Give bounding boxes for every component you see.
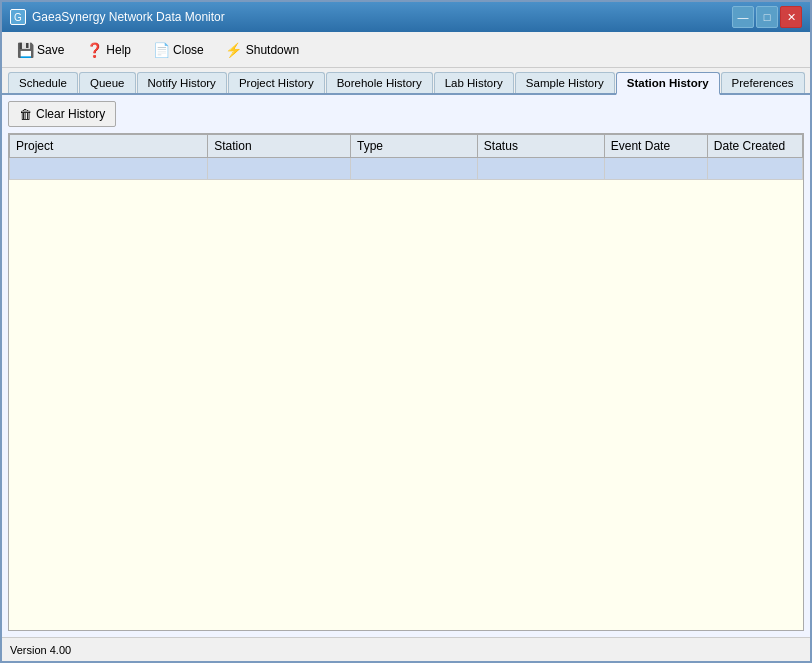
table-header-row: ProjectStationTypeStatusEvent DateDate C… xyxy=(10,135,803,158)
close-label: Close xyxy=(173,43,204,57)
column-header-status: Status xyxy=(477,135,604,158)
date-created-cell xyxy=(707,158,802,180)
minimize-button[interactable]: — xyxy=(732,6,754,28)
clear-history-icon: 🗑 xyxy=(19,107,32,122)
column-header-project: Project xyxy=(10,135,208,158)
version-label: Version 4.00 xyxy=(10,644,71,656)
tab-queue[interactable]: Queue xyxy=(79,72,136,93)
tab-preferences[interactable]: Preferences xyxy=(721,72,805,93)
tabs-bar: ScheduleQueueNotify HistoryProject Histo… xyxy=(2,68,810,95)
close-window-button[interactable]: ✕ xyxy=(780,6,802,28)
close-icon: 📄 xyxy=(153,42,169,58)
action-bar: 🗑 Clear History xyxy=(8,101,804,127)
shutdown-label: Shutdown xyxy=(246,43,299,57)
clear-history-label: Clear History xyxy=(36,107,105,121)
content-area: 🗑 Clear History ProjectStationTypeStatus… xyxy=(2,95,810,637)
save-icon: 💾 xyxy=(17,42,33,58)
tab-notify-history[interactable]: Notify History xyxy=(137,72,227,93)
tab-schedule[interactable]: Schedule xyxy=(8,72,78,93)
column-header-type: Type xyxy=(350,135,477,158)
clear-history-button[interactable]: 🗑 Clear History xyxy=(8,101,116,127)
toolbar-close-button[interactable]: 📄Close xyxy=(144,36,213,64)
title-bar-left: G GaeaSynergy Network Data Monitor xyxy=(10,9,225,25)
project-cell xyxy=(10,158,208,180)
toolbar: 💾Save❓Help📄Close⚡Shutdown xyxy=(2,32,810,68)
toolbar-save-button[interactable]: 💾Save xyxy=(8,36,73,64)
title-bar: G GaeaSynergy Network Data Monitor — □ ✕ xyxy=(2,2,810,32)
event-date-cell xyxy=(604,158,707,180)
table-row xyxy=(10,158,803,180)
help-icon: ❓ xyxy=(86,42,102,58)
shutdown-icon: ⚡ xyxy=(226,42,242,58)
toolbar-shutdown-button[interactable]: ⚡Shutdown xyxy=(217,36,308,64)
status-cell xyxy=(477,158,604,180)
maximize-button[interactable]: □ xyxy=(756,6,778,28)
tab-project-history[interactable]: Project History xyxy=(228,72,325,93)
title-bar-controls: — □ ✕ xyxy=(732,6,802,28)
station-history-table: ProjectStationTypeStatusEvent DateDate C… xyxy=(9,134,803,180)
tab-sample-history[interactable]: Sample History xyxy=(515,72,615,93)
app-icon: G xyxy=(10,9,26,25)
column-header-date-created: Date Created xyxy=(707,135,802,158)
column-header-event-date: Event Date xyxy=(604,135,707,158)
main-window: G GaeaSynergy Network Data Monitor — □ ✕… xyxy=(0,0,812,663)
type-cell xyxy=(350,158,477,180)
column-header-station: Station xyxy=(208,135,351,158)
help-label: Help xyxy=(106,43,131,57)
save-label: Save xyxy=(37,43,64,57)
tab-lab-history[interactable]: Lab History xyxy=(434,72,514,93)
tab-station-history[interactable]: Station History xyxy=(616,72,720,95)
station-cell xyxy=(208,158,351,180)
toolbar-help-button[interactable]: ❓Help xyxy=(77,36,140,64)
status-bar: Version 4.00 xyxy=(2,637,810,661)
window-title: GaeaSynergy Network Data Monitor xyxy=(32,10,225,24)
table-container: ProjectStationTypeStatusEvent DateDate C… xyxy=(8,133,804,631)
tab-borehole-history[interactable]: Borehole History xyxy=(326,72,433,93)
